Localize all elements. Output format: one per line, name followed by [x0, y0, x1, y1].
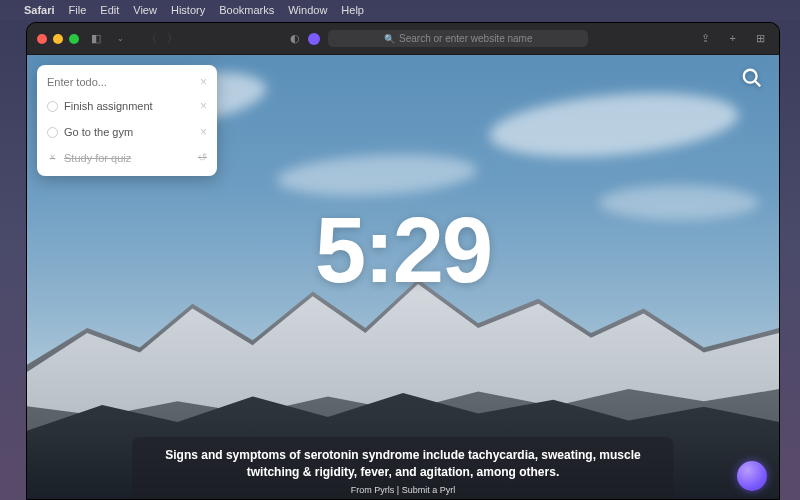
privacy-shield-icon[interactable]: ◐ [290, 32, 300, 45]
page-content: × Finish assignment × Go to the gym × × … [27, 55, 779, 499]
undo-icon[interactable]: ↺ [198, 151, 207, 164]
menubar-help[interactable]: Help [341, 4, 364, 16]
fact-panel: Signs and symptoms of serotonin syndrome… [132, 437, 673, 499]
todo-item-label: Finish assignment [64, 100, 153, 112]
search-icon [741, 67, 763, 89]
cloud-decoration [276, 150, 478, 200]
new-tab-icon[interactable]: + [726, 32, 740, 45]
todo-done-icon[interactable]: × [47, 152, 58, 163]
todo-input[interactable] [47, 76, 200, 88]
menubar-window[interactable]: Window [288, 4, 327, 16]
back-icon[interactable]: 〈 [142, 31, 161, 46]
assistant-orb-button[interactable] [737, 461, 767, 491]
minimize-window-button[interactable] [53, 34, 63, 44]
cloud-decoration [599, 185, 759, 220]
safari-window: ◧ ⌄ 〈 〉 ◐ 🔍 Search or enter website name… [26, 22, 780, 500]
todo-item[interactable]: Finish assignment × [37, 93, 217, 119]
traffic-lights [37, 34, 79, 44]
todo-remove-icon[interactable]: × [200, 99, 207, 113]
todo-checkbox-icon[interactable] [47, 101, 58, 112]
maximize-window-button[interactable] [69, 34, 79, 44]
todo-item-label: Go to the gym [64, 126, 133, 138]
menubar-edit[interactable]: Edit [100, 4, 119, 16]
fact-text: Signs and symptoms of serotonin syndrome… [152, 447, 653, 481]
extension-indicator-icon[interactable] [308, 33, 320, 45]
share-icon[interactable]: ⇪ [697, 32, 714, 45]
fact-source[interactable]: From Pyrls | Submit a Pyrl [152, 485, 653, 495]
forward-icon[interactable]: 〉 [163, 31, 182, 46]
chevron-down-icon[interactable]: ⌄ [113, 34, 128, 43]
sidebar-icon[interactable]: ◧ [87, 32, 105, 45]
menubar-app-name[interactable]: Safari [24, 4, 55, 16]
search-button[interactable] [741, 67, 763, 95]
todo-item-completed[interactable]: × Study for quiz ↺ [37, 145, 217, 170]
svg-line-1 [755, 81, 761, 87]
cloud-decoration [487, 84, 741, 166]
address-placeholder: Search or enter website name [399, 33, 532, 44]
todo-remove-icon[interactable]: × [200, 125, 207, 139]
todo-checkbox-icon[interactable] [47, 127, 58, 138]
todo-item-label: Study for quiz [64, 152, 131, 164]
safari-toolbar: ◧ ⌄ 〈 〉 ◐ 🔍 Search or enter website name… [27, 23, 779, 55]
todo-widget: × Finish assignment × Go to the gym × × … [37, 65, 217, 176]
address-bar[interactable]: 🔍 Search or enter website name [328, 30, 588, 47]
tabs-overview-icon[interactable]: ⊞ [752, 32, 769, 45]
clock-display: 5:29 [315, 198, 491, 303]
menubar-bookmarks[interactable]: Bookmarks [219, 4, 274, 16]
menubar-view[interactable]: View [133, 4, 157, 16]
search-icon: 🔍 [384, 34, 395, 44]
macos-menubar: Safari File Edit View History Bookmarks … [0, 0, 800, 20]
menubar-history[interactable]: History [171, 4, 205, 16]
close-icon[interactable]: × [200, 75, 207, 89]
close-window-button[interactable] [37, 34, 47, 44]
todo-item[interactable]: Go to the gym × [37, 119, 217, 145]
svg-point-0 [744, 70, 757, 83]
menubar-file[interactable]: File [69, 4, 87, 16]
